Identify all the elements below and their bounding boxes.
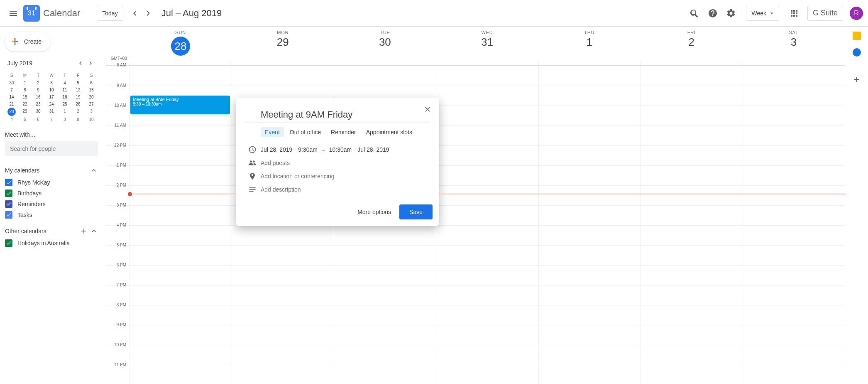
mini-day[interactable]: 13	[85, 86, 98, 94]
view-selector[interactable]: Week	[746, 6, 779, 21]
event-block[interactable]: Meeting at 9AM Friday 9:30 – 10:30am	[130, 96, 230, 114]
prev-week-button[interactable]	[128, 7, 142, 20]
mini-day[interactable]: 16	[32, 94, 45, 101]
time-cell[interactable]	[538, 186, 641, 205]
time-cell[interactable]	[130, 226, 232, 245]
mini-day[interactable]: 1	[58, 108, 71, 116]
popup-tab[interactable]: Appointment slots	[362, 127, 416, 137]
time-cell[interactable]	[130, 186, 232, 205]
mini-day[interactable]: 1	[18, 79, 32, 86]
day-header[interactable]: WED31	[436, 27, 538, 62]
mini-day[interactable]: 7	[45, 116, 58, 123]
time-cell[interactable]	[436, 206, 538, 225]
time-cell[interactable]	[436, 186, 538, 205]
next-week-button[interactable]	[142, 7, 155, 20]
time-cell[interactable]	[538, 146, 641, 165]
mini-day[interactable]: 11	[58, 86, 71, 94]
calendar-checkbox[interactable]	[5, 179, 12, 186]
time-cell[interactable]	[641, 126, 743, 145]
mini-day[interactable]: 6	[85, 79, 98, 86]
time-cell[interactable]	[232, 266, 334, 285]
gsuite-badge[interactable]: G Suite	[807, 6, 843, 21]
time-cell[interactable]	[538, 106, 641, 126]
time-cell[interactable]	[232, 345, 334, 365]
time-cell[interactable]	[334, 365, 436, 384]
end-time[interactable]: 10:30am	[329, 146, 352, 153]
time-cell[interactable]	[743, 266, 845, 285]
mini-day[interactable]: 26	[71, 101, 85, 108]
time-cell[interactable]	[743, 66, 845, 86]
day-header[interactable]: FRI2	[641, 27, 743, 62]
time-cell[interactable]	[743, 365, 845, 384]
time-cell[interactable]	[641, 106, 743, 126]
time-cell[interactable]	[641, 86, 743, 106]
mini-day[interactable]: 31	[45, 108, 58, 116]
support-button[interactable]	[704, 5, 721, 22]
account-avatar[interactable]: R	[850, 7, 863, 20]
time-cell[interactable]	[334, 345, 436, 365]
description-input[interactable]: Add description	[261, 186, 301, 193]
time-cell[interactable]	[436, 166, 538, 185]
popup-tab[interactable]: Event	[261, 127, 284, 137]
time-cell[interactable]	[538, 126, 641, 145]
time-cell[interactable]	[130, 266, 232, 285]
time-cell[interactable]	[130, 286, 232, 305]
popup-tab[interactable]: Reminder	[327, 127, 360, 137]
mini-day[interactable]: 10	[85, 116, 98, 123]
calendar-checkbox[interactable]	[5, 239, 12, 247]
time-cell[interactable]	[743, 186, 845, 205]
calendar-checkbox[interactable]	[5, 190, 12, 197]
calendar-item[interactable]: Holidays in Australia	[5, 238, 98, 249]
day-header[interactable]: SAT3	[743, 27, 845, 62]
time-cell[interactable]	[130, 365, 232, 384]
start-time[interactable]: 9:30am	[298, 146, 318, 153]
time-cell[interactable]	[436, 226, 538, 245]
time-cell[interactable]	[538, 345, 641, 365]
time-cell[interactable]	[641, 305, 743, 325]
mini-day[interactable]: 30	[32, 108, 45, 116]
time-cell[interactable]	[641, 206, 743, 225]
save-button[interactable]: Save	[399, 204, 433, 219]
time-cell[interactable]	[232, 286, 334, 305]
time-cell[interactable]	[130, 146, 232, 165]
time-cell[interactable]	[436, 365, 538, 384]
time-cell[interactable]	[436, 86, 538, 106]
time-cell[interactable]	[641, 186, 743, 205]
time-cell[interactable]	[232, 226, 334, 245]
time-cell[interactable]	[641, 345, 743, 365]
time-grid[interactable]: 8 AM9 AM10 AM11 AM12 PM1 PM2 PM3 PM4 PM5…	[106, 62, 845, 384]
time-cell[interactable]	[334, 305, 436, 325]
time-cell[interactable]	[130, 345, 232, 365]
time-cell[interactable]	[436, 286, 538, 305]
mini-day[interactable]: 9	[32, 86, 45, 94]
mini-day[interactable]: 30	[5, 79, 18, 86]
mini-day[interactable]: 3	[85, 108, 98, 116]
calendar-checkbox[interactable]	[5, 200, 12, 208]
mini-day[interactable]: 22	[18, 101, 32, 108]
time-cell[interactable]	[641, 146, 743, 165]
mini-day[interactable]: 5	[18, 116, 32, 123]
time-cell[interactable]	[743, 286, 845, 305]
time-cell[interactable]	[130, 206, 232, 225]
time-cell[interactable]	[743, 226, 845, 245]
add-addon-button[interactable]: +	[853, 74, 859, 85]
time-cell[interactable]	[743, 86, 845, 106]
mini-day[interactable]: 4	[5, 116, 18, 123]
mini-day[interactable]: 24	[45, 101, 58, 108]
main-menu-button[interactable]	[3, 3, 23, 23]
time-cell[interactable]	[743, 345, 845, 365]
time-cell[interactable]	[538, 66, 641, 86]
mini-day[interactable]: 21	[5, 101, 18, 108]
mini-day[interactable]: 6	[32, 116, 45, 123]
time-cell[interactable]	[641, 286, 743, 305]
other-calendars-toggle[interactable]: Other calendars	[5, 227, 98, 235]
time-cell[interactable]	[334, 246, 436, 265]
time-cell[interactable]	[232, 246, 334, 265]
end-date[interactable]: Jul 28, 2019	[357, 146, 389, 153]
time-cell[interactable]	[232, 66, 334, 86]
time-cell[interactable]	[436, 106, 538, 126]
search-people-input[interactable]	[5, 141, 98, 156]
mini-day[interactable]: 29	[18, 108, 32, 116]
time-cell[interactable]	[538, 305, 641, 325]
keep-icon[interactable]	[853, 32, 861, 40]
